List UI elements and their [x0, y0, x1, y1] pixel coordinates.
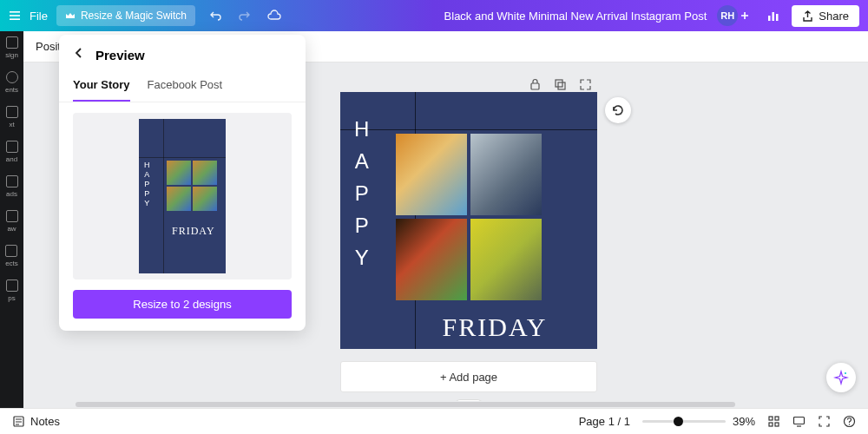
regenerate-button[interactable]	[605, 97, 631, 123]
svg-rect-1	[10, 15, 20, 16]
story-thumbnail[interactable]: HAPPY FRIDAY	[139, 119, 226, 273]
photo-1	[396, 134, 467, 215]
rail-projects[interactable]: ects	[5, 245, 18, 267]
crown-icon	[65, 10, 76, 21]
home-menu-icon[interactable]	[9, 10, 21, 22]
photo-3	[396, 219, 467, 300]
insights-icon[interactable]	[760, 3, 786, 29]
svg-rect-4	[773, 12, 775, 21]
notes-label: Notes	[30, 415, 60, 428]
photo-4	[470, 219, 542, 300]
svg-rect-13	[769, 423, 773, 426]
photo-2	[470, 134, 542, 215]
svg-rect-8	[558, 82, 565, 89]
share-label: Share	[819, 10, 849, 23]
rail-draw[interactable]: aw	[6, 210, 18, 233]
design-title[interactable]: Black and White Minimal New Arrival Inst…	[444, 10, 707, 23]
svg-rect-15	[794, 418, 805, 424]
rail-brand[interactable]: and	[6, 141, 18, 163]
rail-text[interactable]: xt	[6, 106, 18, 128]
side-rail: sign ents xt and ads aw ects ps	[0, 31, 23, 408]
zoom-value[interactable]: 39%	[733, 415, 755, 428]
add-collaborator-button[interactable]	[734, 5, 755, 26]
file-menu[interactable]: File	[30, 10, 48, 23]
expand-page-icon[interactable]	[579, 78, 592, 91]
svg-rect-14	[775, 423, 779, 426]
svg-point-9	[845, 372, 846, 374]
lock-page-icon[interactable]	[529, 78, 542, 91]
thumb-text-friday: FRIDAY	[172, 225, 215, 238]
ai-assistant-fab[interactable]	[826, 363, 856, 392]
upload-icon	[802, 10, 813, 22]
page-indicator[interactable]: Page 1 / 1	[579, 415, 630, 428]
artboard[interactable]: HAPPY FRIDAY	[340, 92, 597, 349]
rail-design[interactable]: sign	[5, 36, 18, 59]
svg-point-17	[849, 424, 850, 424]
present-icon[interactable]	[792, 415, 806, 428]
rail-apps[interactable]: ps	[6, 279, 18, 302]
horizontal-scrollbar[interactable]	[23, 401, 868, 408]
popover-title: Preview	[95, 48, 145, 62]
thumb-text-happy: HAPPY	[144, 161, 150, 208]
fullscreen-icon[interactable]	[818, 415, 831, 428]
help-icon[interactable]	[843, 415, 856, 428]
text-happy: HAPPY	[354, 113, 369, 273]
rail-elements[interactable]: ents	[5, 71, 18, 94]
rail-uploads[interactable]: ads	[6, 175, 18, 198]
photo-grid	[396, 134, 542, 300]
cloud-sync-icon[interactable]	[266, 10, 282, 23]
svg-rect-5	[776, 14, 779, 21]
tab-your-story[interactable]: Your Story	[73, 71, 130, 102]
svg-rect-3	[768, 16, 771, 21]
svg-rect-12	[775, 417, 779, 420]
duplicate-page-icon[interactable]	[554, 78, 567, 91]
grid-line-h	[340, 129, 597, 130]
svg-rect-0	[10, 11, 20, 13]
preview-popover: Preview Your Story Facebook Post HAPPY F…	[59, 35, 306, 331]
svg-rect-11	[769, 417, 773, 420]
tab-facebook-post[interactable]: Facebook Post	[148, 71, 223, 102]
undo-icon[interactable]	[209, 10, 222, 23]
text-friday: FRIDAY	[340, 312, 597, 342]
svg-rect-7	[556, 80, 562, 87]
redo-icon[interactable]	[238, 10, 251, 23]
svg-rect-2	[10, 18, 20, 20]
resize-magic-switch-button[interactable]: Resize & Magic Switch	[56, 5, 195, 26]
preview-thumbnail-box: HAPPY FRIDAY	[73, 113, 292, 279]
notes-button[interactable]: Notes	[12, 415, 60, 428]
back-icon[interactable]	[73, 47, 85, 62]
resize-to-designs-button[interactable]: Resize to 2 designs	[73, 290, 292, 319]
add-page-button[interactable]: + Add page	[340, 361, 597, 392]
svg-rect-6	[531, 83, 539, 89]
thumb-photo-grid	[167, 161, 217, 211]
resize-magic-switch-label: Resize & Magic Switch	[81, 10, 187, 22]
zoom-slider[interactable]	[642, 420, 726, 423]
grid-view-icon[interactable]	[767, 415, 780, 428]
notes-icon	[12, 415, 25, 428]
share-button[interactable]: Share	[792, 5, 859, 27]
